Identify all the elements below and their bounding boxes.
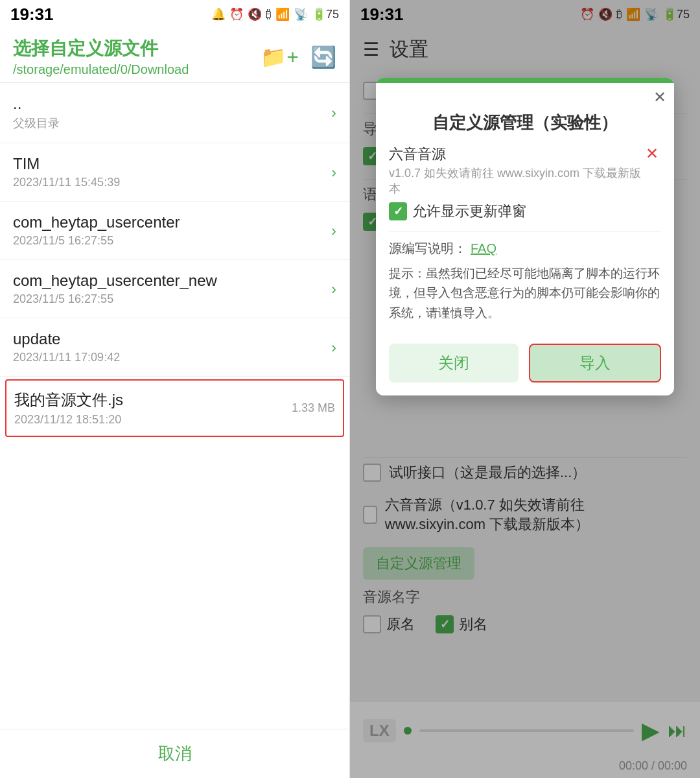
dialog-close-bar: ✕ [376, 83, 674, 106]
list-item[interactable]: update 2023/11/11 17:09:42 › [0, 318, 349, 377]
file-date: 2023/11/12 18:51:20 [14, 413, 123, 427]
alarm-icon: ⏰ [229, 7, 244, 21]
left-header-titles: 选择自定义源文件 /storage/emulated/0/Download [13, 36, 189, 77]
signal-icon: 📡 [294, 7, 308, 21]
cancel-button[interactable]: 取消 [158, 742, 192, 765]
dialog-divider [389, 231, 661, 232]
chevron-right-icon: › [331, 280, 336, 298]
mute-icon: 🔇 [248, 7, 262, 21]
allow-popup-label: 允许显示更新弹窗 [412, 202, 526, 221]
dialog-body: 六音音源 v1.0.7 如失效请前往 www.sixyin.com 下载最新版本… [376, 145, 674, 344]
dialog-warning: 提示：虽然我们已经尽可能地隔离了脚本的运行环境，但导入包含恶意行为的脚本仍可能会… [389, 264, 661, 323]
left-status-icons: 🔔 ⏰ 🔇 ₿ 📶 📡 🔋75 [211, 7, 339, 21]
list-item[interactable]: com_heytap_usercenter_new 2023/11/5 16:2… [0, 260, 349, 318]
chevron-right-icon: › [331, 104, 336, 122]
left-header: 选择自定义源文件 /storage/emulated/0/Download 📁+… [0, 29, 349, 83]
left-footer: 取消 [0, 729, 349, 778]
right-panel: 19:31 ⏰ 🔇 ₿ 📶 📡 🔋75 ☰ 设置 隐藏黑色主题背景 导航、收藏列… [350, 0, 700, 778]
file-name: 我的音源文件.js [14, 390, 123, 410]
file-name: update [13, 330, 120, 348]
bluetooth-icon: ₿ [266, 8, 272, 21]
add-folder-icon[interactable]: 📁+ [261, 45, 299, 69]
file-list: .. 父级目录 › TIM 2023/11/11 15:45:39 › com_… [0, 83, 349, 729]
dialog-outer-close-button[interactable]: ✕ [653, 88, 666, 106]
file-name: com_heytap_usercenter_new [13, 272, 217, 290]
source-version: v1.0.7 如失效请前往 www.sixyin.com 下载最新版本 [389, 165, 643, 196]
faq-link[interactable]: FAQ [471, 241, 496, 256]
battery-icon: 🔋75 [312, 7, 339, 21]
dialog-header-bar [376, 78, 674, 83]
source-name: 六音音源 [389, 145, 643, 164]
left-subtitle: /storage/emulated/0/Download [13, 62, 189, 77]
file-date: 2023/11/5 16:27:55 [13, 234, 180, 248]
dialog-overlay: ✕ 自定义源管理（实验性） 六音音源 v1.0.7 如失效请前往 www.six… [350, 0, 700, 778]
list-item[interactable]: .. 父级目录 › [0, 83, 349, 143]
file-name: TIM [13, 155, 120, 173]
left-time: 19:31 [10, 5, 54, 25]
allow-popup-row: 允许显示更新弹窗 [389, 202, 661, 221]
faq-row: 源编写说明： FAQ [389, 240, 661, 257]
left-status-bar: 19:31 🔔 ⏰ 🔇 ₿ 📶 📡 🔋75 [0, 0, 349, 29]
wifi-icon: 📶 [275, 7, 290, 21]
source-info: 六音音源 v1.0.7 如失效请前往 www.sixyin.com 下载最新版本 [389, 145, 643, 196]
chevron-right-icon: › [331, 222, 336, 240]
left-title: 选择自定义源文件 [13, 36, 189, 61]
refresh-icon[interactable]: 🔄 [310, 45, 336, 69]
dialog-buttons: 关闭 导入 [376, 344, 674, 395]
source-row: 六音音源 v1.0.7 如失效请前往 www.sixyin.com 下载最新版本… [389, 145, 661, 196]
file-date: 2023/11/11 17:09:42 [13, 351, 120, 364]
faq-label: 源编写说明： [389, 240, 467, 257]
allow-popup-checkbox[interactable] [389, 202, 407, 220]
file-date: 2023/11/11 15:45:39 [13, 176, 120, 189]
file-subtitle: 父级目录 [13, 115, 60, 131]
list-item[interactable]: com_heytap_usercenter 2023/11/5 16:27:55… [0, 202, 349, 260]
list-item[interactable]: TIM 2023/11/11 15:45:39 › [0, 143, 349, 202]
custom-source-dialog: ✕ 自定义源管理（实验性） 六音音源 v1.0.7 如失效请前往 www.six… [376, 78, 674, 395]
dialog-import-button[interactable]: 导入 [529, 344, 661, 383]
file-size: 1.33 MB [292, 401, 335, 415]
chevron-right-icon: › [331, 163, 336, 182]
file-date: 2023/11/5 16:27:55 [13, 292, 217, 306]
list-item-selected[interactable]: 我的音源文件.js 2023/11/12 18:51:20 1.33 MB [5, 379, 344, 437]
file-name: .. [13, 95, 60, 113]
dialog-title: 自定义源管理（实验性） [376, 106, 674, 145]
source-delete-button[interactable]: ✕ [643, 145, 661, 163]
file-name: com_heytap_usercenter [13, 213, 180, 231]
left-panel: 19:31 🔔 ⏰ 🔇 ₿ 📶 📡 🔋75 选择自定义源文件 /storage/… [0, 0, 350, 778]
dialog-close-button[interactable]: 关闭 [389, 344, 519, 383]
chevron-right-icon: › [331, 338, 336, 357]
left-header-icons: 📁+ 🔄 [261, 45, 336, 69]
notification-icon: 🔔 [211, 7, 226, 21]
